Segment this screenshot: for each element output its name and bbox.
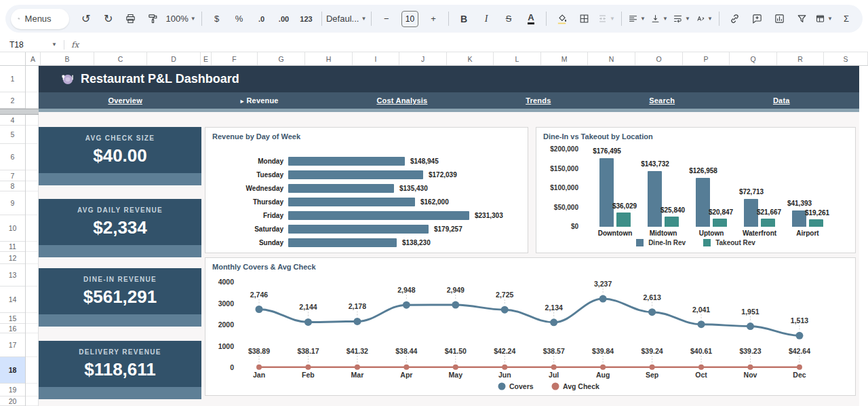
row-header-13[interactable]: 13 — [0, 264, 25, 287]
decrease-font-size-icon[interactable]: − — [376, 10, 397, 29]
decrease-decimal-icon[interactable]: .0 — [251, 10, 273, 29]
row-header-19[interactable]: 19 — [0, 384, 25, 396]
row-header-2[interactable]: 2 — [0, 92, 25, 109]
column-header-A[interactable]: A — [26, 52, 41, 65]
row-header-9[interactable]: 9 — [0, 191, 25, 215]
cell-A8[interactable] — [26, 181, 38, 191]
column-header-Q[interactable]: Q — [730, 52, 777, 65]
nav-tab-data[interactable]: Data — [773, 96, 790, 105]
format-percent-icon[interactable]: % — [229, 10, 250, 29]
row-header-7[interactable]: 7 — [0, 170, 25, 181]
column-header-I[interactable]: I — [353, 52, 399, 65]
row-header-15[interactable]: 15 — [0, 313, 25, 324]
nav-tab-search[interactable]: Search — [649, 96, 675, 105]
increase-decimal-icon[interactable]: .00 — [273, 10, 295, 29]
text-color-icon[interactable]: A — [520, 10, 542, 29]
more-formats-icon[interactable]: 123 — [296, 10, 317, 29]
cell-A2[interactable] — [26, 92, 38, 109]
cell-A4[interactable] — [26, 115, 38, 126]
chart-dinein-vs-takeout[interactable]: Dine-In vs Takeout by Location $200,000$… — [536, 127, 856, 253]
nav-tab-overview[interactable]: Overview — [108, 96, 142, 105]
row-header-8[interactable]: 8 — [0, 181, 25, 191]
row-header-18[interactable]: 18 — [0, 357, 25, 384]
italic-icon[interactable]: I — [475, 10, 497, 29]
font-size-input[interactable]: 10 — [398, 10, 422, 29]
redo-icon[interactable]: ↻ — [98, 10, 119, 29]
cell-A16[interactable] — [26, 324, 38, 333]
corner-box[interactable] — [0, 52, 26, 65]
font-select[interactable]: Defaul...▼ — [326, 10, 367, 29]
name-box[interactable]: T18 ▼ — [0, 40, 57, 50]
chart-revenue-by-day[interactable]: Revenue by Day of Week Monday$148,945Tue… — [205, 127, 528, 253]
cell-A1[interactable] — [26, 66, 38, 92]
column-header-N[interactable]: N — [588, 52, 635, 65]
cell-A15[interactable] — [26, 313, 38, 324]
row-header-1[interactable]: 1 — [0, 66, 25, 92]
merge-cells-icon[interactable]: ▼ — [595, 10, 617, 29]
cell-A9[interactable] — [26, 191, 38, 215]
filter-icon[interactable] — [791, 10, 812, 29]
text-rotation-icon[interactable]: ▼ — [693, 10, 715, 29]
strikethrough-icon[interactable]: S — [498, 10, 519, 29]
undo-icon[interactable]: ↺ — [75, 10, 97, 29]
hidden-row-indicator[interactable] — [0, 109, 39, 115]
cell-A14[interactable] — [26, 287, 38, 313]
row-header-16[interactable]: 16 — [0, 324, 25, 333]
row-header-12[interactable]: 12 — [0, 252, 25, 264]
cell-A20[interactable] — [26, 396, 38, 406]
column-header-O[interactable]: O — [635, 52, 683, 65]
increase-font-size-icon[interactable]: + — [422, 10, 444, 29]
insert-comment-icon[interactable] — [746, 10, 768, 29]
zoom-select[interactable]: 100%▼ — [165, 10, 197, 29]
column-header-E[interactable]: E — [201, 52, 212, 65]
cell-A17[interactable] — [26, 333, 38, 357]
row-header-20[interactable]: 20 — [0, 396, 25, 406]
column-header-M[interactable]: M — [541, 52, 588, 65]
column-header-G[interactable]: G — [258, 52, 305, 65]
row-header-11[interactable]: 11 — [0, 242, 25, 252]
table-views-icon[interactable]: ▼ — [813, 10, 835, 29]
nav-tab-cost-analysis[interactable]: Cost Analysis — [376, 96, 427, 105]
cell-A12[interactable] — [26, 252, 38, 264]
horizontal-align-icon[interactable]: ▼ — [626, 10, 648, 29]
column-header-D[interactable]: D — [147, 52, 201, 65]
column-header-C[interactable]: C — [94, 52, 147, 65]
column-header-K[interactable]: K — [447, 52, 494, 65]
column-header-H[interactable]: H — [305, 52, 353, 65]
paint-format-icon[interactable] — [142, 10, 164, 29]
column-header-J[interactable]: J — [399, 52, 447, 65]
functions-icon[interactable]: Σ — [835, 10, 857, 29]
insert-link-icon[interactable] — [724, 10, 745, 29]
column-header-S[interactable]: S — [824, 52, 868, 65]
print-icon[interactable] — [120, 10, 142, 29]
cell-A19[interactable] — [26, 384, 38, 396]
cell-A18[interactable] — [26, 357, 38, 384]
cell-A10[interactable] — [26, 215, 38, 242]
nav-tab-revenue[interactable]: ▸Revenue — [241, 96, 279, 105]
column-header-L[interactable]: L — [494, 52, 541, 65]
cell-A7[interactable] — [26, 170, 38, 181]
text-wrap-icon[interactable]: ▼ — [671, 10, 692, 29]
borders-icon[interactable] — [573, 10, 595, 29]
format-currency-icon[interactable]: $ — [206, 10, 228, 29]
row-header-5[interactable]: 5 — [0, 126, 25, 144]
cell-A13[interactable] — [26, 264, 38, 287]
chart-monthly-covers[interactable]: Monthly Covers & Avg Check 4000300020001… — [205, 257, 856, 396]
row-header-6[interactable]: 6 — [0, 144, 25, 170]
column-header-P[interactable]: P — [683, 52, 730, 65]
cell-A11[interactable] — [26, 242, 38, 252]
menus-search[interactable]: Menus — [11, 9, 69, 29]
bold-icon[interactable]: B — [453, 10, 475, 29]
insert-chart-icon[interactable] — [768, 10, 790, 29]
vertical-align-icon[interactable]: ▼ — [648, 10, 670, 29]
row-header-4[interactable]: 4 — [0, 115, 25, 126]
fill-color-icon[interactable] — [551, 10, 572, 29]
nav-tab-trends[interactable]: Trends — [526, 96, 551, 105]
column-header-B[interactable]: B — [41, 52, 94, 65]
row-header-10[interactable]: 10 — [0, 215, 25, 242]
cell-A6[interactable] — [26, 144, 38, 170]
row-header-14[interactable]: 14 — [0, 287, 25, 313]
column-header-F[interactable]: F — [212, 52, 258, 65]
cell-A5[interactable] — [26, 126, 38, 144]
column-header-R[interactable]: R — [777, 52, 824, 65]
